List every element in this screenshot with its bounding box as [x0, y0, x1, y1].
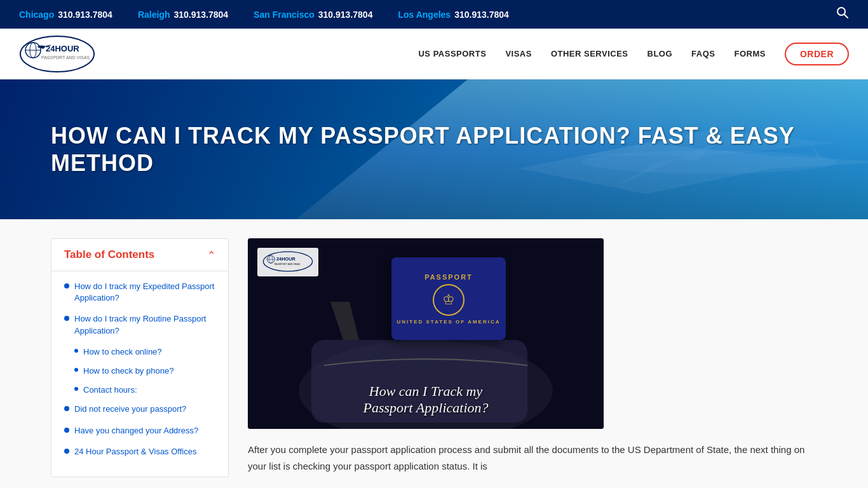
svg-line-1 — [844, 15, 848, 18]
image-logo-overlay: 24HOUR PASSPORT AND VISAS — [257, 248, 318, 276]
phone-sanfrancisco: 310.913.7804 — [318, 10, 373, 20]
toc-item-5[interactable]: 24 Hour Passport & Visas Offices — [64, 446, 215, 458]
search-icon[interactable] — [836, 6, 849, 22]
toc-sub-label-1: How to check online? — [83, 346, 162, 358]
toc-item-3[interactable]: Did not receive your passport? — [64, 403, 215, 415]
city-sanfrancisco[interactable]: San Francisco — [254, 10, 315, 20]
svg-text:PASSPORT AND VISAS: PASSPORT AND VISAS — [275, 264, 301, 266]
toc-item-label-3: Did not receive your passport? — [74, 403, 186, 415]
toc-sidebar: Table of Contents ⌃ How do I track my Ex… — [51, 238, 229, 477]
image-caption-line1: How can I Track my — [369, 383, 482, 399]
svg-point-2 — [20, 36, 94, 72]
article-image-bg: PASSPORT ♔ UNITED STATES OF AMERICA 24HO… — [248, 238, 604, 429]
phone-chicago: 310.913.7804 — [58, 10, 112, 20]
page-title: HOW CAN I TRACK MY PASSPORT APPLICATION?… — [51, 122, 817, 177]
passport-label: PASSPORT — [424, 273, 473, 281]
nav-other-services[interactable]: OTHER SERVICES — [551, 49, 628, 58]
svg-text:PASSPORT AND VISAS: PASSPORT AND VISAS — [41, 55, 90, 60]
article-image: PASSPORT ♔ UNITED STATES OF AMERICA 24HO… — [248, 238, 604, 429]
toc-sub-label-2: How to check by phone? — [83, 365, 173, 377]
passport-country: UNITED STATES OF AMERICA — [397, 319, 501, 325]
location-losangeles[interactable]: Los Angeles 310.913.7804 — [398, 10, 508, 20]
svg-text:24HOUR: 24HOUR — [46, 44, 79, 53]
toc-title: Table of Contents — [64, 248, 154, 261]
city-raleigh[interactable]: Raleigh — [138, 10, 170, 20]
toc-sub-bullet-1 — [74, 349, 78, 353]
toc-item-1[interactable]: How do I track my Expedited Passport App… — [64, 281, 215, 304]
location-raleigh[interactable]: Raleigh 310.913.7804 — [138, 10, 228, 20]
toc-bullet-1 — [64, 283, 69, 288]
top-bar: Chicago 310.913.7804 Raleigh 310.913.780… — [0, 0, 868, 29]
toc-header: Table of Contents ⌃ — [51, 239, 228, 271]
city-losangeles[interactable]: Los Angeles — [398, 10, 451, 20]
toc-item-label-5: 24 Hour Passport & Visas Offices — [74, 446, 196, 458]
logo[interactable]: 24HOUR PASSPORT AND VISAS — [19, 35, 95, 73]
phone-raleigh: 310.913.7804 — [173, 10, 228, 20]
toc-sub-item-3[interactable]: Contact hours: — [74, 384, 215, 396]
nav-faqs[interactable]: FAQS — [691, 49, 715, 58]
toc-sub-label-3: Contact hours: — [83, 384, 137, 396]
toc-sub-bullet-2 — [74, 368, 78, 372]
toc-bullet-3 — [64, 406, 69, 411]
svg-text:24HOUR: 24HOUR — [276, 256, 295, 262]
image-caption-line2: Passport Application? — [363, 400, 489, 416]
nav-us-passports[interactable]: US PASSPORTS — [418, 49, 486, 58]
image-caption: How can I Track my Passport Application? — [248, 383, 604, 416]
main-content: PASSPORT ♔ UNITED STATES OF AMERICA 24HO… — [248, 238, 817, 477]
nav-forms[interactable]: FORMS — [734, 49, 765, 58]
city-chicago[interactable]: Chicago — [19, 10, 54, 20]
phone-losangeles: 310.913.7804 — [454, 10, 509, 20]
hero-content: HOW CAN I TRACK MY PASSPORT APPLICATION?… — [0, 103, 868, 196]
nav-blog[interactable]: BLOG — [648, 49, 673, 58]
main-nav: 24HOUR PASSPORT AND VISAS US PASSPORTS V… — [0, 29, 868, 79]
toc-collapse-icon[interactable]: ⌃ — [207, 249, 215, 261]
toc-sub-bullet-3 — [74, 387, 78, 391]
location-chicago[interactable]: Chicago 310.913.7804 — [19, 10, 112, 20]
toc-item-4[interactable]: Have you changed your Address? — [64, 425, 215, 437]
toc-item-2[interactable]: How do I track my Routine Passport Appli… — [64, 313, 215, 336]
toc-sub-item-2[interactable]: How to check by phone? — [74, 365, 215, 377]
toc-sub-item-1[interactable]: How to check online? — [74, 346, 215, 358]
toc-bullet-4 — [64, 428, 69, 433]
order-button[interactable]: ORDER — [785, 43, 849, 65]
nav-visas[interactable]: VISAS — [505, 49, 532, 58]
nav-links: US PASSPORTS VISAS OTHER SERVICES BLOG F… — [418, 43, 849, 65]
hero-section: HOW CAN I TRACK MY PASSPORT APPLICATION?… — [0, 79, 868, 219]
passport-card: PASSPORT ♔ UNITED STATES OF AMERICA — [391, 257, 506, 340]
toc-items: How do I track my Expedited Passport App… — [51, 271, 228, 477]
passport-seal-icon: ♔ — [433, 284, 465, 316]
article-paragraph: After you complete your passport applica… — [248, 442, 817, 474]
content-area: Table of Contents ⌃ How do I track my Ex… — [0, 219, 868, 488]
toc-bullet-2 — [64, 316, 69, 321]
toc-item-label-2: How do I track my Routine Passport Appli… — [74, 313, 215, 336]
toc-bullet-5 — [64, 449, 69, 454]
toc-item-label-4: Have you changed your Address? — [74, 425, 198, 437]
toc-box: Table of Contents ⌃ How do I track my Ex… — [51, 238, 229, 477]
toc-item-label-1: How do I track my Expedited Passport App… — [74, 281, 215, 304]
location-sanfrancisco[interactable]: San Francisco 310.913.7804 — [254, 10, 372, 20]
